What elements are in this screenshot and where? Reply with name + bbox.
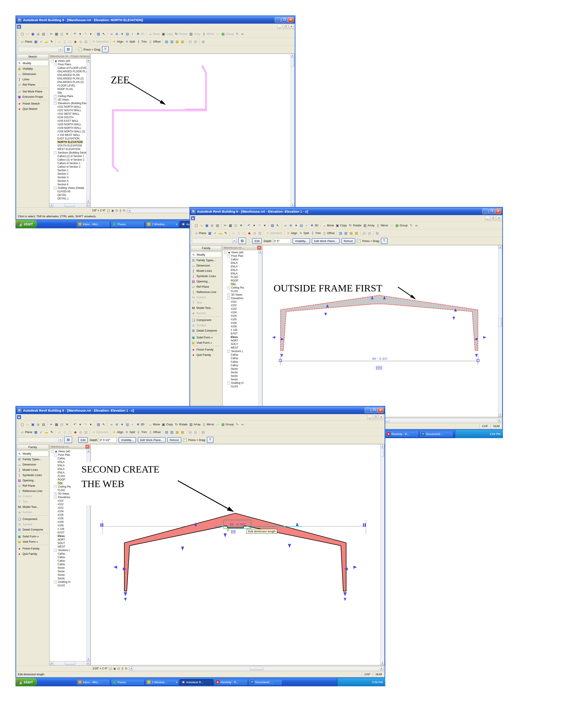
tray-update-icon[interactable] bbox=[351, 680, 355, 684]
cut-icon[interactable]: ✂ bbox=[222, 222, 228, 228]
tree-item[interactable]: 01/AS bbox=[50, 584, 90, 587]
quick-launch-icon[interactable] bbox=[49, 680, 54, 684]
quick-launch-icon[interactable] bbox=[64, 222, 69, 226]
crop-region-icon[interactable]: ┼ bbox=[121, 667, 123, 670]
quick-launch-icon[interactable] bbox=[59, 680, 64, 684]
tree-item[interactable]: −Elevations (Building Elevation bbox=[50, 101, 90, 105]
group2-icon[interactable]: ▧ bbox=[343, 230, 349, 236]
task-itunes[interactable]: ♪iTunes bbox=[111, 679, 144, 685]
paste-icon[interactable]: ▥ bbox=[59, 421, 64, 427]
paint-icon[interactable]: ✎ bbox=[234, 31, 240, 37]
model-graphics-icon[interactable]: ▢ bbox=[109, 667, 112, 670]
sidebar-item-extrusion-properties[interactable]: ▣Extrusion Prope bbox=[17, 94, 49, 99]
tree-item[interactable]: +Ceiling Plans bbox=[50, 94, 90, 98]
pick-box-icon[interactable]: ▢ bbox=[67, 39, 73, 44]
filter-icon[interactable]: ∇ bbox=[381, 238, 388, 244]
tree-item[interactable]: #102 SOUTH WALL bbox=[50, 109, 90, 112]
tray-hide-icon[interactable] bbox=[458, 432, 462, 436]
sidebar-item-ref-plane[interactable]: ▱Ref Plane bbox=[17, 483, 49, 488]
tree-item[interactable]: # 105 bbox=[50, 527, 90, 531]
redo-icon[interactable]: ↷ bbox=[83, 31, 88, 37]
tree-item[interactable]: −Floor Plan bbox=[223, 254, 262, 258]
tray-antivirus-icon[interactable] bbox=[484, 432, 489, 436]
tree-item[interactable]: Callou bbox=[223, 360, 262, 364]
copy-button[interactable]: ▣Copy bbox=[161, 31, 173, 37]
group-button[interactable]: ▦Group bbox=[220, 31, 234, 37]
tree-item[interactable]: Eleva bbox=[223, 335, 262, 339]
task-inbox[interactable]: ✉Inbox - Micr... bbox=[76, 679, 110, 685]
tree-item[interactable]: Site bbox=[50, 91, 90, 94]
restore-button[interactable]: ❐ bbox=[371, 408, 377, 413]
mirror-button[interactable]: ▯Mirror bbox=[201, 31, 215, 37]
new-icon[interactable]: ▢ bbox=[20, 31, 25, 37]
sidebar-item-modify[interactable]: ↖Modify bbox=[190, 252, 222, 257]
rehost-button[interactable]: Rehost bbox=[167, 437, 181, 443]
align-button[interactable]: ✛Align bbox=[286, 230, 298, 236]
tray-network-icon[interactable] bbox=[474, 432, 478, 436]
pointer-icon[interactable]: ↖ bbox=[275, 222, 280, 228]
sidebar-item-section[interactable]: ◈Section bbox=[190, 310, 222, 316]
tree-item[interactable]: Sectic bbox=[50, 577, 90, 580]
tree-item[interactable]: +3D Views bbox=[50, 98, 90, 101]
copy-clipboard-icon[interactable]: ▦ bbox=[54, 31, 59, 37]
tree-item[interactable]: WEST bbox=[223, 346, 262, 349]
load1-icon[interactable]: ▤ bbox=[362, 230, 367, 236]
tree-item[interactable]: −Ceiling Pla bbox=[223, 286, 262, 289]
undo-drop-icon[interactable]: ▾ bbox=[251, 222, 257, 228]
demolish-button[interactable]: ✕Demolish bbox=[265, 230, 283, 236]
sidebar-item-model-lines[interactable]: ʃModel Lines bbox=[190, 268, 222, 273]
sidebar-item-dimension[interactable]: ↔Dimension bbox=[17, 71, 49, 77]
sidebar-item-symbol[interactable]: ⊕Symbol bbox=[17, 522, 49, 527]
delete-icon[interactable]: ✕ bbox=[64, 421, 70, 427]
tree-item[interactable]: −◉Views (all) bbox=[223, 251, 262, 254]
paint-red-icon[interactable]: ◆ bbox=[73, 429, 78, 435]
task-windows[interactable]: ▭2 Window...▾ bbox=[145, 221, 179, 227]
minimize-button[interactable]: _ bbox=[482, 209, 488, 214]
depth-field[interactable] bbox=[273, 238, 291, 243]
properties-button[interactable]: ▤ bbox=[64, 46, 72, 53]
doc-minimize-button[interactable]: _ bbox=[277, 24, 283, 29]
sidebar-item-quit-family[interactable]: ●Quit Family bbox=[17, 551, 49, 556]
paint-red-icon[interactable]: ◆ bbox=[246, 230, 252, 236]
sidebar-item-quit-sketch[interactable]: ●Quit Sketch bbox=[17, 106, 49, 111]
doc-restore-button[interactable]: ❐ bbox=[373, 415, 378, 419]
canvas-hscrollbar[interactable]: ◄► bbox=[129, 666, 384, 671]
tree-item[interactable]: #102 bbox=[223, 307, 262, 311]
tree-item[interactable]: Sectic bbox=[50, 566, 90, 570]
flip-arrows[interactable] bbox=[272, 296, 486, 357]
tree-item[interactable]: Callout (2) of Section 1 bbox=[50, 154, 90, 158]
stats-icon[interactable]: ▦ bbox=[375, 230, 380, 236]
properties-button[interactable]: ▤ bbox=[238, 238, 246, 244]
tree-item[interactable]: ENLARGED PLAN bbox=[50, 73, 90, 77]
tree-item[interactable]: ENLARGED PLAN (2) bbox=[50, 77, 90, 80]
group4-icon[interactable]: ▩ bbox=[354, 230, 359, 236]
hatch-icon[interactable]: ▨ bbox=[83, 39, 88, 44]
tree-item[interactable]: #104 bbox=[223, 311, 262, 314]
tree-item[interactable]: WEST bbox=[50, 545, 90, 548]
task-windows[interactable]: ▭2 Window...▾ bbox=[145, 679, 179, 685]
tree-item[interactable]: FLOO bbox=[223, 289, 262, 293]
tree-item[interactable]: ROOF bbox=[223, 279, 262, 282]
copy-clipboard-icon[interactable]: ▦ bbox=[228, 222, 233, 228]
array-button[interactable]: ▥Array bbox=[362, 222, 375, 228]
close-button[interactable]: ✕ bbox=[288, 17, 294, 23]
sidebar-item-symbolic-lines[interactable]: ʃSymbolic Lines bbox=[17, 472, 49, 478]
quick-launch-icon[interactable] bbox=[44, 680, 49, 684]
restore-button[interactable]: ❐ bbox=[489, 209, 495, 214]
sidebar-item-model-text[interactable]: MModel Text... bbox=[190, 305, 222, 310]
print-icon[interactable]: ▤ bbox=[41, 421, 46, 427]
group1-icon[interactable]: ▧ bbox=[338, 230, 343, 236]
pick-line-icon[interactable]: ▯ bbox=[236, 230, 241, 236]
tree-item[interactable]: #108 NORTH WALL (2) bbox=[50, 130, 90, 133]
trim-button[interactable]: ┼Trim bbox=[310, 230, 322, 236]
sidebar-item-control[interactable]: ⇆Control bbox=[17, 493, 49, 499]
sidebar-item-control[interactable]: ⇆Control bbox=[190, 295, 222, 300]
close-button[interactable]: ✕ bbox=[495, 209, 501, 214]
doc-restore-button[interactable]: ❐ bbox=[283, 24, 288, 29]
tree-item[interactable]: −Floor Plans bbox=[50, 63, 90, 66]
task-revitcity[interactable]: ◉Revitcity - R... bbox=[385, 431, 419, 437]
canvas-vscrollbar[interactable]: ▲▼ bbox=[498, 245, 502, 417]
resize-icon[interactable]: ▱ bbox=[215, 31, 220, 37]
tray-volume-icon[interactable] bbox=[479, 432, 484, 436]
rotate-button[interactable]: ↻Rotate bbox=[174, 421, 188, 427]
